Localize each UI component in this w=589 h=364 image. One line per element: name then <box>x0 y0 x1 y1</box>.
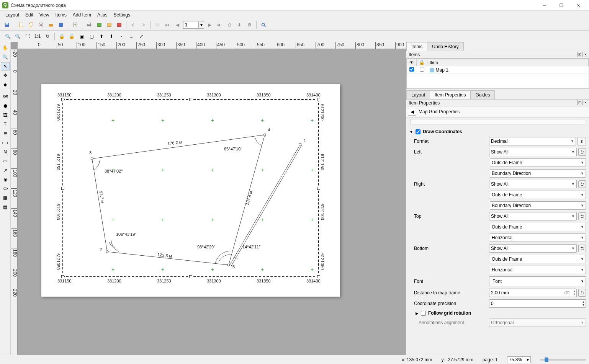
font-button[interactable]: Font▼ <box>489 276 586 286</box>
undo-icon[interactable] <box>129 20 138 29</box>
right-show-combo[interactable]: Show All▼ <box>489 180 577 188</box>
menu-items[interactable]: Items <box>52 11 70 18</box>
dist-input[interactable]: 2.00 mm⌫▲▼ <box>489 289 577 297</box>
atlas-export-icon[interactable]: ⬇ <box>235 20 244 29</box>
bottom-show-combo[interactable]: Show All▼ <box>489 244 577 253</box>
new-layout-icon[interactable] <box>16 20 26 29</box>
undock-icon[interactable]: ◱ <box>577 52 582 57</box>
follow-rotation-checkbox[interactable] <box>421 311 426 316</box>
add-northarrow-icon[interactable]: N <box>1 148 10 156</box>
add-label-icon[interactable]: T <box>1 120 10 129</box>
atlas-prev-icon[interactable]: ◀ <box>173 20 182 29</box>
zoom-combo[interactable]: 75.8%▾ <box>507 356 531 363</box>
raise-icon[interactable]: ⬆ <box>97 32 106 41</box>
unlock-items-icon[interactable]: 🔓 <box>67 32 76 41</box>
atlas-next-icon[interactable]: ▶ <box>205 20 214 29</box>
zoom-in-icon[interactable]: 🔍 <box>3 32 12 41</box>
move-content-tool-icon[interactable]: ✥ <box>1 71 10 80</box>
group-items-icon[interactable]: ▣ <box>77 32 86 41</box>
tab-undo-history[interactable]: Undo History <box>427 42 463 51</box>
zoom-actual-icon[interactable]: 1:1 <box>33 32 42 41</box>
top-pos-combo[interactable]: Outside Frame▼ <box>490 223 586 231</box>
add-nodeitem-icon[interactable]: ◉ <box>1 175 10 184</box>
duplicate-layout-icon[interactable] <box>26 20 36 29</box>
left-show-combo[interactable]: Show All▼ <box>489 148 577 156</box>
add-3dmap-icon[interactable]: ⬢ <box>1 102 10 110</box>
ungroup-items-icon[interactable]: ▢ <box>87 32 96 41</box>
menu-add-item[interactable]: Add Item <box>70 11 94 18</box>
menu-atlas[interactable]: Atlas <box>94 11 111 18</box>
export-image-icon[interactable] <box>95 20 104 29</box>
tab-layout[interactable]: Layout <box>406 90 430 99</box>
atlas-print-icon[interactable]: ⎙ <box>225 20 234 29</box>
draw-coords-header[interactable]: ▼ Draw Coordinates <box>409 127 586 136</box>
atlas-settings-icon[interactable]: ⚙ <box>245 20 254 29</box>
zoom-full-icon[interactable]: ⛶ <box>23 32 32 41</box>
data-override-icon[interactable]: ⮌ <box>578 148 586 156</box>
add-map-icon[interactable]: 🗺 <box>1 93 10 101</box>
maximize-button[interactable] <box>553 0 570 11</box>
items-list[interactable]: 👁 🔒 Item Map 1 <box>406 58 589 89</box>
item-properties-scroll[interactable]: ▼ Draw Coordinates Format Decimal▼ ε Lef… <box>406 118 589 355</box>
close-panel-icon[interactable]: × <box>583 100 588 105</box>
menu-settings[interactable]: Settings <box>111 11 133 18</box>
data-override-icon[interactable]: ⮌ <box>578 212 586 220</box>
align-left-icon[interactable]: ⫞ <box>117 32 126 41</box>
export-svg-icon[interactable] <box>105 20 114 29</box>
add-html-icon[interactable]: <> <box>1 184 10 193</box>
list-item[interactable]: Map 1 <box>407 66 589 74</box>
menu-layout[interactable]: Layout <box>2 11 22 18</box>
edit-nodes-tool-icon[interactable]: ◆ <box>1 80 10 89</box>
atlas-toggle-icon[interactable] <box>153 20 162 29</box>
close-button[interactable] <box>570 0 587 11</box>
save-icon[interactable] <box>2 20 11 29</box>
export-pdf-icon[interactable] <box>115 20 124 29</box>
bottom-pos-combo[interactable]: Outside Frame▼ <box>490 255 586 263</box>
select-tool-icon[interactable]: ↖ <box>1 62 10 70</box>
add-items-from-template-icon[interactable]: + <box>70 20 80 29</box>
zoom-slider[interactable] <box>540 359 586 361</box>
draw-coords-checkbox[interactable] <box>416 129 420 134</box>
atlas-first-icon[interactable]: ⏮ <box>163 20 172 29</box>
resize-icon[interactable]: ⤢ <box>137 32 146 41</box>
layout-manager-icon[interactable] <box>46 20 56 29</box>
add-scalebar-icon[interactable]: ⟷ <box>1 139 10 147</box>
lower-icon[interactable]: ⬇ <box>107 32 116 41</box>
layout-canvas[interactable]: 331150 331200 331250 331300 331350 33140… <box>18 49 406 355</box>
atlas-page-input[interactable] <box>183 21 198 29</box>
redo-icon[interactable] <box>139 20 148 29</box>
add-fixedtable-icon[interactable]: ▤ <box>1 203 10 211</box>
bottom-orient-combo[interactable]: Horizontal▼ <box>490 266 586 274</box>
add-legend-icon[interactable]: ≣ <box>1 129 10 138</box>
preview-atlas-icon[interactable] <box>259 20 268 29</box>
item-visible-checkbox[interactable] <box>409 67 414 72</box>
add-table-icon[interactable]: ▦ <box>1 194 10 202</box>
item-locked-checkbox[interactable] <box>420 67 424 72</box>
prec-input[interactable]: 0▲▼ <box>489 299 586 308</box>
add-arrow-icon[interactable]: ↗ <box>1 166 10 175</box>
back-button[interactable]: ◀ <box>408 108 416 116</box>
map-item[interactable]: + + + + + + + + + + + + + + + <box>62 99 319 277</box>
pan-tool-icon[interactable]: ✋ <box>1 44 10 52</box>
tab-items[interactable]: Items <box>406 42 427 51</box>
print-icon[interactable] <box>85 20 94 29</box>
expression-button[interactable]: ε <box>578 137 586 145</box>
atlas-last-icon[interactable]: ⏭ <box>215 20 224 29</box>
close-panel-icon[interactable]: × <box>583 52 588 57</box>
right-pos-combo[interactable]: Outside Frame▼ <box>490 191 586 199</box>
data-override-icon[interactable]: ⮌ <box>578 180 586 188</box>
left-dir-combo[interactable]: Boundary Direction▼ <box>490 169 586 178</box>
add-shape-icon[interactable]: ▭ <box>1 157 10 165</box>
distribute-icon[interactable]: ⫠ <box>127 32 136 41</box>
atlas-page-combo[interactable]: ▾ <box>183 21 204 29</box>
add-picture-icon[interactable]: 🖼 <box>1 111 10 119</box>
undock-icon[interactable]: ◱ <box>577 100 582 105</box>
minimize-button[interactable] <box>536 0 553 11</box>
menu-edit[interactable]: Edit <box>22 11 36 18</box>
delete-layout-icon[interactable] <box>36 20 46 29</box>
format-combo[interactable]: Decimal▼ <box>489 137 576 145</box>
follow-rotation-row[interactable]: ▶ Follow grid rotation <box>409 309 586 317</box>
tab-guides[interactable]: Guides <box>470 90 495 99</box>
left-pos-combo[interactable]: Outside Frame▼ <box>490 158 586 167</box>
top-orient-combo[interactable]: Horizontal▼ <box>490 233 586 242</box>
